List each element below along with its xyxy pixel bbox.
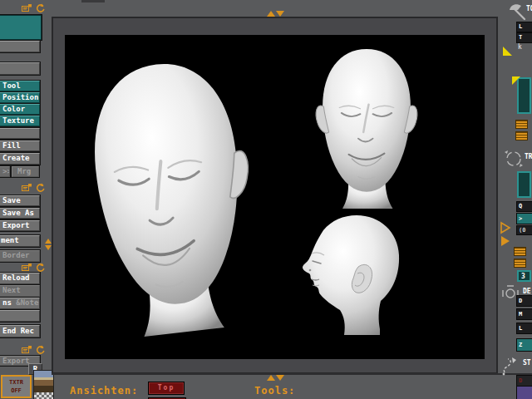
border-button[interactable]: Border bbox=[0, 250, 40, 262]
fill-button[interactable]: Fill bbox=[0, 140, 40, 151]
note-icon[interactable] bbox=[22, 346, 32, 354]
sidebar-blank-bar-1[interactable] bbox=[0, 41, 40, 52]
top-cutoff-button bbox=[81, 0, 105, 2]
texture-photo-thumbnail bbox=[34, 371, 53, 392]
position-button[interactable]: Position bbox=[0, 92, 40, 103]
right-row-paren[interactable]: (0 bbox=[517, 226, 532, 234]
notes-button-suffix: &Notes bbox=[16, 298, 40, 307]
viewport-splitter-top[interactable] bbox=[267, 11, 284, 17]
texture-off-tile[interactable]: TXTR OFF bbox=[1, 375, 32, 398]
texture-off-line1: TXTR bbox=[2, 378, 30, 387]
color-button[interactable]: Color bbox=[0, 104, 40, 115]
ment-button[interactable]: ment bbox=[0, 235, 40, 247]
right-row-q[interactable]: Q bbox=[517, 202, 532, 211]
save-button[interactable]: Save bbox=[0, 195, 40, 206]
t-button[interactable]: t bbox=[0, 310, 40, 322]
right-row-gt[interactable]: > bbox=[517, 214, 532, 224]
texture-photo-tile[interactable] bbox=[34, 371, 53, 399]
right-row-purple-d[interactable]: D bbox=[517, 376, 532, 386]
refresh-icon[interactable] bbox=[35, 263, 45, 273]
panel-icons-row-3 bbox=[22, 263, 45, 273]
panel-icons-row-4 bbox=[22, 345, 45, 355]
note-icon[interactable] bbox=[22, 264, 32, 272]
refresh-icon[interactable] bbox=[35, 3, 45, 13]
yellow-corner-marker-2 bbox=[512, 76, 520, 85]
transform-tile-1[interactable] bbox=[517, 171, 531, 198]
end-rec-button[interactable]: End Rec bbox=[0, 325, 40, 337]
panel-icons-row-2 bbox=[22, 183, 45, 193]
right-row-k: k bbox=[518, 43, 522, 51]
right-row-t[interactable]: T bbox=[517, 33, 532, 42]
mini-panel-icon-2[interactable] bbox=[515, 131, 528, 140]
reload-button[interactable]: Reload bbox=[0, 273, 40, 284]
head-front-large bbox=[86, 56, 264, 341]
texture-button[interactable]: Texture bbox=[0, 116, 40, 126]
yellow-corner-marker-1 bbox=[503, 47, 512, 56]
story-section-label: ST bbox=[523, 359, 531, 367]
teal-header-panel[interactable] bbox=[0, 15, 42, 40]
tool-hammer-icon[interactable] bbox=[508, 2, 528, 22]
mini-panel-icon-4[interactable] bbox=[514, 259, 526, 268]
save-as-button[interactable]: Save As bbox=[0, 208, 40, 219]
transform-icon[interactable] bbox=[502, 147, 525, 170]
notes-button-prefix: ns bbox=[2, 298, 12, 307]
refresh-icon[interactable] bbox=[35, 183, 45, 193]
merge-right-button[interactable]: Mrg bbox=[12, 166, 39, 177]
refresh-icon[interactable] bbox=[35, 345, 45, 355]
export-button[interactable]: Export bbox=[0, 220, 40, 231]
tool-button[interactable]: Tool bbox=[0, 81, 40, 91]
story-path-icon[interactable] bbox=[500, 356, 520, 376]
right-row-l[interactable]: L bbox=[517, 22, 532, 32]
viewport-canvas[interactable] bbox=[65, 35, 485, 359]
right-row-l2[interactable]: L bbox=[517, 323, 532, 333]
right-row-d[interactable]: D bbox=[517, 296, 532, 306]
viewport-splitter-bottom[interactable] bbox=[267, 375, 284, 381]
texture-off-line2: OFF bbox=[2, 387, 30, 395]
notes-button[interactable]: ns &Notes bbox=[0, 298, 40, 309]
tools-label: Tools: bbox=[254, 385, 295, 397]
right-purple-tile[interactable] bbox=[517, 387, 532, 399]
panel-icons-row-1 bbox=[22, 3, 45, 13]
merge-left-button[interactable]: >> bbox=[0, 166, 10, 177]
ansichten-label: Ansichten: bbox=[70, 385, 138, 397]
texture-checker-strip bbox=[34, 392, 53, 399]
note-icon[interactable] bbox=[22, 4, 32, 12]
sidebar-arrow-up-icon[interactable] bbox=[45, 239, 52, 244]
bottom-bar-divider bbox=[52, 373, 532, 375]
right-row-m[interactable]: M bbox=[517, 309, 532, 319]
mini-panel-icon-1[interactable] bbox=[515, 120, 528, 129]
sidebar-blank-bar-3[interactable] bbox=[0, 128, 40, 139]
next-button[interactable]: Next bbox=[0, 285, 40, 297]
create-button[interactable]: Create bbox=[0, 153, 40, 165]
tool-section-label: TO bbox=[526, 5, 532, 12]
head-profile bbox=[303, 215, 399, 335]
right-row-three[interactable]: 3 bbox=[517, 270, 531, 282]
app-window: { "colors": { "background": "#595a5c", "… bbox=[0, 0, 532, 399]
note-icon[interactable] bbox=[22, 184, 32, 192]
transform-section-label: TR bbox=[525, 153, 532, 160]
mini-panel-icon-3[interactable] bbox=[514, 247, 526, 256]
head-front-small bbox=[316, 49, 417, 209]
sidebar-blank-bar-2[interactable] bbox=[0, 62, 40, 75]
view-top-button[interactable]: Top bbox=[148, 382, 185, 395]
right-arrows-icon[interactable] bbox=[500, 221, 511, 248]
deform-section-label: DE bbox=[523, 288, 531, 295]
sidebar-arrow-down-icon[interactable] bbox=[45, 245, 52, 250]
right-row-z[interactable]: Z bbox=[517, 339, 532, 351]
